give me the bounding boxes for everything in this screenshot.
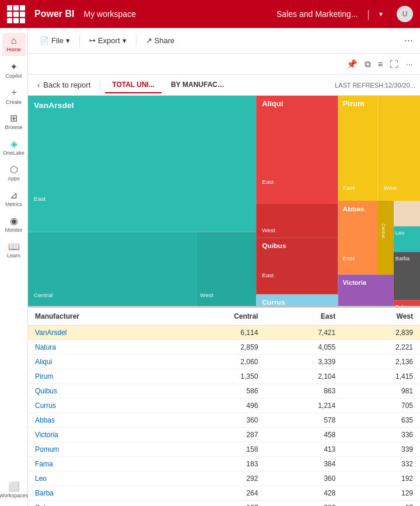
file-chevron-icon: ▾ — [66, 36, 70, 45]
back-arrow-icon: ‹ — [37, 81, 40, 89]
tab-bar: ‹ Back to report TOTAL UNI... BY MANUFAC… — [28, 75, 420, 96]
workspaces-icon: ⬜ — [8, 481, 20, 492]
tab-by-manufacturer[interactable]: BY MANUFACTURER ... — [164, 77, 234, 93]
expand-icon[interactable]: ⛶ — [390, 59, 398, 69]
cell-manufacturer: Aliqui — [28, 355, 172, 369]
sidebar-label-onelake: OneLake — [3, 151, 24, 156]
cell-manufacturer: Victoria — [28, 428, 172, 442]
workspace-label[interactable]: My workspace — [83, 9, 135, 19]
manufacturer-table: Manufacturer Central East West VanArsdel… — [28, 308, 420, 506]
cell-west: 339 — [342, 442, 420, 457]
sidebar-item-monitor[interactable]: ◉ Monitor — [2, 212, 26, 236]
svg-text:West: West — [262, 227, 275, 233]
col-header-central: Central — [172, 308, 265, 326]
cell-east: 458 — [265, 428, 342, 442]
sidebar-label-create: Create — [6, 100, 22, 106]
export-button[interactable]: ↦ Export ▾ — [85, 34, 131, 47]
sidebar-label-apps: Apps — [8, 176, 20, 182]
sidebar-label-metrics: Metrics — [5, 202, 22, 208]
cell-manufacturer: Pirum — [28, 369, 172, 384]
svg-text:East: East — [343, 184, 355, 191]
cell-central: 167 — [172, 501, 265, 507]
cell-west: 2,221 — [342, 340, 420, 355]
sidebar-item-copilot[interactable]: ✦ Copilot — [2, 58, 26, 82]
share-icon: ↗ — [146, 36, 152, 45]
sidebar-item-onelake[interactable]: ◈ OneLake — [2, 135, 26, 159]
top-bar: Power BI My workspace Sales and Marketin… — [0, 0, 420, 28]
table-row[interactable]: Quibus586863981 — [28, 384, 420, 399]
cell-east: 360 — [265, 472, 342, 486]
cell-west: 192 — [342, 472, 420, 486]
cell-central: 2,859 — [172, 340, 265, 355]
file-button[interactable]: 📄 File ▾ — [35, 34, 75, 47]
sidebar-label-home: Home — [6, 47, 20, 53]
svg-text:West: West — [384, 184, 397, 191]
cell-central: 292 — [172, 472, 265, 486]
user-avatar[interactable]: U — [397, 6, 413, 22]
create-icon: ＋ — [9, 86, 19, 99]
cell-central: 287 — [172, 428, 265, 442]
cell-manufacturer: Pomum — [28, 442, 172, 457]
table-row[interactable]: Natura2,8594,0552,221 — [28, 340, 420, 355]
browse-icon: ⊞ — [10, 113, 18, 124]
sidebar-item-metrics[interactable]: ⊿ Metrics — [2, 187, 26, 210]
svg-text:Abbas: Abbas — [343, 205, 365, 213]
treemap-vanarsdel-bottom[interactable] — [28, 232, 197, 306]
cell-west: 332 — [342, 457, 420, 472]
toolbar-divider-1 — [79, 35, 80, 47]
table-row[interactable]: VanArsdel6,1147,4212,839 — [28, 326, 420, 340]
share-button[interactable]: ↗ Share — [141, 34, 180, 47]
table-row[interactable]: Victoria287458336 — [28, 428, 420, 442]
file-icon: 📄 — [40, 36, 49, 45]
table-row[interactable]: Salvus16728667 — [28, 501, 420, 507]
cell-east: 7,421 — [265, 326, 342, 340]
sidebar-item-workspaces[interactable]: ⬜ Workspaces — [2, 478, 26, 501]
pin-icon[interactable]: 📌 — [346, 59, 358, 69]
tab-total-units[interactable]: TOTAL UNI... — [105, 77, 162, 93]
table-header-row: Manufacturer Central East West — [28, 308, 420, 326]
treemap-aliqui[interactable] — [256, 96, 338, 204]
cell-central: 264 — [172, 486, 265, 501]
table-row[interactable]: Aliqui2,0603,3392,136 — [28, 355, 420, 369]
cell-east: 3,339 — [265, 355, 342, 369]
table-row[interactable]: Leo292360192 — [28, 472, 420, 486]
app-menu-icon[interactable] — [7, 5, 25, 23]
onelake-icon: ◈ — [10, 138, 18, 149]
cell-central: 2,060 — [172, 355, 265, 369]
treemap-vanarsdel[interactable] — [28, 96, 256, 232]
svg-text:Aliqui: Aliqui — [262, 99, 283, 108]
metrics-icon: ⊿ — [10, 190, 18, 201]
title-chevron-icon[interactable]: ▾ — [379, 10, 383, 18]
cell-west: 129 — [342, 486, 420, 501]
copy-icon[interactable]: ⧉ — [365, 59, 371, 69]
sidebar-item-create[interactable]: ＋ Create — [2, 84, 26, 107]
cell-east: 4,055 — [265, 340, 342, 355]
back-label: Back to report — [43, 81, 90, 89]
treemap-chart[interactable]: VanArsdel East Central West Natura East … — [28, 96, 420, 306]
sidebar-item-learn[interactable]: 📖 Learn — [2, 238, 26, 261]
more-options-icon[interactable]: ··· — [405, 59, 413, 69]
cell-west: 336 — [342, 428, 420, 442]
back-to-report-button[interactable]: ‹ Back to report — [33, 78, 95, 92]
sidebar-item-apps[interactable]: ⬡ Apps — [2, 161, 26, 184]
sidebar-item-browse[interactable]: ⊞ Browse — [2, 110, 26, 133]
table-row[interactable]: Currus4961,214705 — [28, 399, 420, 413]
cell-east: 1,214 — [265, 399, 342, 413]
sidebar-item-home[interactable]: ⌂ Home — [2, 33, 26, 56]
learn-icon: 📖 — [8, 241, 20, 252]
table-row[interactable]: Barba264428129 — [28, 486, 420, 501]
svg-text:Central: Central — [381, 224, 386, 238]
cell-manufacturer: VanArsdel — [28, 326, 172, 340]
svg-text:VanArsdel: VanArsdel — [34, 101, 74, 110]
treemap-fama-top[interactable] — [394, 201, 420, 226]
cell-east: 413 — [265, 442, 342, 457]
sidebar-label-monitor: Monitor — [5, 228, 22, 233]
table-row[interactable]: Fama183384332 — [28, 457, 420, 472]
table-row[interactable]: Pomum158413339 — [28, 442, 420, 457]
col-header-east: East — [265, 308, 342, 326]
filter-icon[interactable]: ≡ — [378, 59, 383, 69]
cell-manufacturer: Barba — [28, 486, 172, 501]
table-row[interactable]: Pirum1,3502,1041,415 — [28, 369, 420, 384]
table-row[interactable]: Abbas360578635 — [28, 413, 420, 428]
toolbar-more-icon[interactable]: ··· — [404, 34, 413, 47]
